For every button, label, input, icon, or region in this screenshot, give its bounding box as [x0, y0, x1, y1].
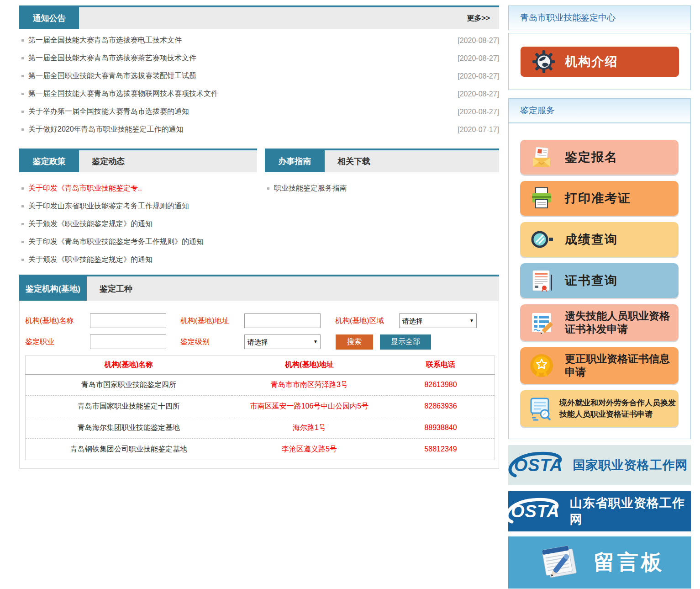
org-addr-cell: 海尔路1号 [232, 417, 387, 439]
col-header-phone: 联系电话 [387, 356, 495, 374]
org-phone-cell: 82613980 [387, 374, 495, 396]
osta-national-label: 国家职业资格工作网 [573, 457, 688, 473]
notice-more-link[interactable]: 更多>> [467, 7, 499, 29]
service-print-ticket-button[interactable]: 打印准考证 [520, 181, 679, 216]
job-label: 鉴定职业 [25, 337, 90, 347]
org-table: 机构(基地)名称 机构(基地)地址 联系电话 青岛市国家职业技能鉴定四所 青岛市… [25, 356, 495, 460]
services-title: 鉴定服务 [520, 105, 555, 117]
tab-policy-news[interactable]: 鉴定动态 [79, 150, 137, 172]
policy-link[interactable]: 关于颁发《职业技能鉴定规定》的通知 [28, 219, 153, 229]
services-title-box: 鉴定服务 [508, 98, 691, 123]
col-header-addr: 机构(基地)地址 [232, 356, 387, 374]
middle-row: 鉴定政策 鉴定动态 关于印发《青岛市职业技能鉴定专.. 关于印发山东省职业技能鉴… [19, 149, 499, 269]
services-box: 鉴定报名 打印准考证 [508, 123, 691, 439]
service-label: 遗失技能人员职业资格证书补发申请 [565, 309, 679, 336]
service-correct-certificate-button[interactable]: 更正职业资格证书信息申请 [520, 347, 679, 384]
page: 通知公告 更多>> 第一届全国技能大赛青岛市选拔赛电工技术文件[2020-08-… [0, 0, 700, 589]
magnifier-icon [529, 227, 554, 252]
certificate-icon [529, 268, 554, 293]
tab-notice[interactable]: 通知公告 [19, 7, 79, 29]
org-phone-cell: 88938840 [387, 417, 495, 439]
notice-link[interactable]: 第一届全国技能大赛青岛市选拔赛物联网技术赛项技术文件 [28, 89, 218, 99]
tab-work-types[interactable]: 鉴定工种 [87, 276, 145, 301]
org-region-select[interactable]: 请选择 [399, 313, 477, 328]
osta-shandong-banner[interactable]: OSTA 山东省职业资格工作网 [508, 491, 691, 531]
policy-link[interactable]: 关于颁发《职业技能鉴定规定》的通知 [28, 255, 153, 265]
list-item: 关于印发《青岛市职业技能鉴定专.. [19, 180, 257, 197]
notice-date: [2020-08-27] [458, 90, 499, 98]
tab-guide[interactable]: 办事指南 [265, 150, 325, 172]
notice-link[interactable]: 第一届全国技能大赛青岛市选拔赛电工技术文件 [28, 36, 182, 45]
list-item: 关于颁发《职业技能鉴定规定》的通知 [19, 215, 257, 233]
square-bullet-icon [21, 205, 24, 207]
policy-list: 关于印发《青岛市职业技能鉴定专.. 关于印发山东省职业技能鉴定考务工作规则的通知… [19, 172, 257, 269]
notice-list: 第一届全国技能大赛青岛市选拔赛电工技术文件[2020-08-27] 第一届全国技… [19, 29, 499, 138]
org-addr-input[interactable] [244, 313, 321, 328]
tab-downloads[interactable]: 相关下载 [325, 150, 383, 172]
org-name-cell: 青岛市国家职业技能鉴定四所 [26, 374, 232, 396]
policy-header: 鉴定政策 鉴定动态 [19, 149, 257, 172]
guide-link[interactable]: 职业技能鉴定服务指南 [274, 184, 347, 193]
show-all-button[interactable]: 显示全部 [380, 334, 431, 350]
policy-link[interactable]: 关于印发《青岛市职业技能鉴定专.. [28, 184, 142, 193]
service-label: 成绩查询 [565, 231, 618, 248]
tab-org-base[interactable]: 鉴定机构(基地) [19, 276, 87, 301]
message-board-banner[interactable]: 留言板 [508, 536, 691, 589]
org-addr-cell: 青岛市市南区菏泽路3号 [232, 374, 387, 396]
square-bullet-icon [21, 93, 24, 95]
org-name-cell: 青岛海尔集团职业技能鉴定基地 [26, 417, 232, 439]
list-item: 关于印发《青岛市职业技能鉴定考务工作规则》的通知 [19, 233, 257, 251]
osta-national-banner[interactable]: OSTA 国家职业资格工作网 [508, 445, 691, 485]
notice-link[interactable]: 关于举办第一届全国技能大赛青岛市选拔赛的通知 [28, 107, 189, 117]
org-addr-cell: 市南区延安一路106号中山公园内5号 [232, 396, 387, 417]
service-signup-button[interactable]: 鉴定报名 [520, 140, 679, 175]
service-lost-certificate-button[interactable]: 遗失技能人员职业资格证书补发申请 [520, 304, 679, 341]
search-button[interactable]: 搜索 [336, 334, 373, 350]
notice-section: 通知公告 更多>> 第一届全国技能大赛青岛市选拔赛电工技术文件[2020-08-… [19, 5, 499, 138]
square-bullet-icon [21, 187, 24, 190]
osta-logo: OSTA [508, 502, 564, 521]
osta-logo: OSTA [511, 456, 568, 475]
document-magnifier-icon [527, 396, 553, 421]
list-pencil-icon [529, 310, 554, 335]
table-row: 青岛钢铁集团公司职业技能鉴定基地 李沧区遵义路5号 58812349 [26, 439, 495, 460]
list-item: 关于颁发《职业技能鉴定规定》的通知 [19, 251, 257, 269]
org-region-label: 机构(基地)区域 [335, 316, 399, 326]
service-label: 鉴定报名 [565, 149, 618, 165]
service-score-query-button[interactable]: 成绩查询 [520, 222, 679, 257]
notice-link[interactable]: 关于做好2020年青岛市职业技能鉴定工作的通知 [28, 125, 184, 134]
center-title: 青岛市职业技能鉴定中心 [520, 12, 616, 24]
notice-link[interactable]: 第一届全国技能大赛青岛市选拔赛茶艺赛项技术文件 [28, 53, 196, 63]
center-title-box: 青岛市职业技能鉴定中心 [508, 5, 691, 30]
table-row: 青岛市国家职业技能鉴定十四所 市南区延安一路106号中山公园内5号 828639… [26, 396, 495, 417]
org-content-box: 机构(基地)名称 机构(基地)地址 机构(基地)区域 请选择 鉴定职业 鉴定级别… [19, 301, 499, 469]
intro-button[interactable]: 机构介绍 [521, 47, 679, 77]
table-header-row: 机构(基地)名称 机构(基地)地址 联系电话 [26, 356, 495, 374]
org-phone-cell: 58812349 [387, 439, 495, 460]
osta-shandong-label: 山东省职业资格工作网 [570, 495, 691, 528]
guide-list: 职业技能鉴定服务指南 [265, 172, 499, 197]
org-section: 鉴定机构(基地) 鉴定工种 机构(基地)名称 机构(基地)地址 机构(基地)区域… [19, 275, 499, 469]
level-label: 鉴定级别 [180, 337, 244, 347]
service-label: 更正职业资格证书信息申请 [565, 352, 679, 379]
tab-policy[interactable]: 鉴定政策 [19, 150, 79, 172]
envelope-icon [529, 145, 554, 170]
job-input[interactable] [90, 334, 166, 349]
policy-link[interactable]: 关于印发《青岛市职业技能鉴定考务工作规则》的通知 [28, 237, 204, 247]
list-item: 第一届全国技能大赛青岛市选拔赛物联网技术赛项技术文件[2020-08-27] [19, 85, 499, 103]
service-overseas-exchange-button[interactable]: 境外就业和对外劳务合作人员换发技能人员职业资格证书申请 [520, 390, 679, 427]
list-item: 关于做好2020年青岛市职业技能鉴定工作的通知[2020-07-17] [19, 121, 499, 138]
list-item: 关于举办第一届全国技能大赛青岛市选拔赛的通知[2020-08-27] [19, 103, 499, 121]
level-select[interactable]: 请选择 [244, 334, 321, 349]
org-addr-label: 机构(基地)地址 [180, 316, 244, 326]
policy-link[interactable]: 关于印发山东省职业技能鉴定考务工作规则的通知 [28, 202, 189, 211]
service-certificate-query-button[interactable]: 证书查询 [520, 263, 679, 298]
policy-section: 鉴定政策 鉴定动态 关于印发《青岛市职业技能鉴定专.. 关于印发山东省职业技能鉴… [19, 149, 257, 269]
org-name-input[interactable] [90, 313, 166, 328]
main-column: 通知公告 更多>> 第一届全国技能大赛青岛市选拔赛电工技术文件[2020-08-… [19, 5, 499, 469]
medal-icon [529, 353, 554, 378]
square-bullet-icon [21, 259, 24, 261]
notice-link[interactable]: 第一届全国职业技能大赛青岛市选拔赛装配钳工试题 [28, 71, 196, 81]
square-bullet-icon [21, 111, 24, 113]
message-board-label: 留言板 [594, 548, 665, 577]
